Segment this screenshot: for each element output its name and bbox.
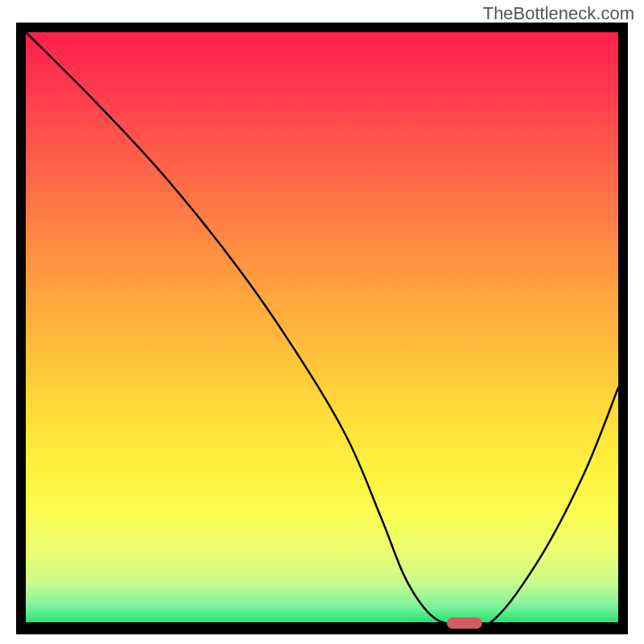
chart-frame (16, 23, 628, 634)
optimal-marker (447, 617, 482, 629)
plot-area (26, 32, 618, 625)
chart-container: TheBottleneck.com (0, 0, 644, 644)
x-axis-baseline (26, 622, 618, 625)
watermark-text: TheBottleneck.com (483, 3, 634, 24)
bottleneck-curve (26, 32, 618, 625)
